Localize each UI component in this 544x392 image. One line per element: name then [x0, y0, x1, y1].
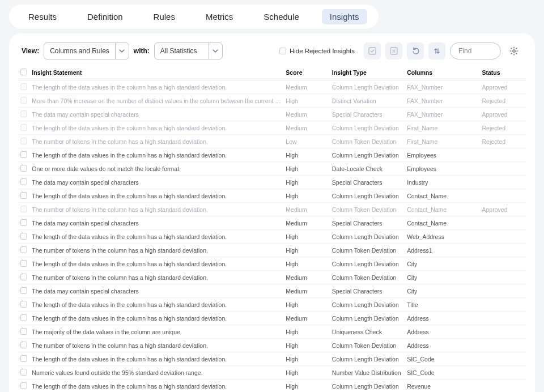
row-checkbox[interactable] [20, 355, 27, 362]
table-row[interactable]: The data may contain special charactersM… [18, 216, 526, 230]
row-checkbox[interactable] [20, 287, 27, 294]
cell-score: High [283, 148, 329, 162]
tab-metrics[interactable]: Metrics [198, 9, 241, 24]
table-row[interactable]: The length of the data values in the col… [18, 298, 526, 312]
cell-score: Medium [283, 312, 329, 325]
select-all-checkbox[interactable] [20, 69, 27, 75]
row-checkbox[interactable] [20, 260, 27, 267]
approve-button[interactable] [364, 42, 381, 59]
table-row[interactable]: The length of the data values in the col… [18, 230, 526, 244]
row-checkbox[interactable] [20, 178, 27, 185]
table-row[interactable]: The length of the data values in the col… [18, 257, 526, 271]
cell-stmt: The length of the data values in the col… [29, 148, 283, 162]
cell-stmt: The number of tokens in the column has a… [29, 339, 283, 352]
tabs-bar: ResultsDefinitionRulesMetricsScheduleIns… [9, 5, 379, 29]
table-row[interactable]: The length of the data values in the col… [18, 380, 526, 393]
tab-schedule[interactable]: Schedule [256, 9, 307, 24]
col-header-type[interactable]: Insight Type [330, 65, 405, 80]
cell-status [480, 230, 526, 244]
table-row[interactable]: The number of tokens in the column has a… [18, 271, 526, 284]
tab-results[interactable]: Results [20, 9, 65, 24]
table-row[interactable]: The data may contain special charactersM… [18, 284, 526, 298]
row-checkbox[interactable] [20, 301, 27, 308]
svg-rect-0 [369, 48, 376, 54]
cell-type: Column Length Deviation [330, 148, 405, 162]
cell-cols: City [405, 284, 479, 298]
row-checkbox[interactable] [20, 151, 27, 158]
table-row[interactable]: The length of the data values in the col… [18, 189, 526, 203]
table-row[interactable]: One or more date values do not match the… [18, 162, 526, 176]
table-row[interactable]: The majority of the data values in the c… [18, 325, 526, 339]
hide-rejected-checkbox[interactable]: Hide Rejected Insights [279, 48, 355, 54]
row-checkbox[interactable] [20, 314, 27, 321]
with-label: with: [134, 47, 150, 55]
tab-rules[interactable]: Rules [146, 9, 183, 24]
cell-stmt: The majority of the data values in the c… [29, 325, 283, 339]
table-row[interactable]: The number of tokens in the column has a… [18, 244, 526, 257]
cell-score: Medium [283, 216, 329, 230]
cell-type: Number Value Distribution [330, 366, 405, 380]
tab-definition[interactable]: Definition [79, 9, 131, 24]
settings-button[interactable] [505, 42, 522, 59]
cell-type: Column Length Deviation [330, 380, 405, 393]
cell-score: High [283, 298, 329, 312]
cell-score: High [283, 339, 329, 352]
cell-stmt: The length of the data values in the col… [29, 312, 283, 325]
cell-status: Approved [480, 203, 526, 216]
reject-button[interactable] [385, 42, 402, 59]
row-checkbox[interactable] [20, 219, 27, 226]
table-row[interactable]: More than 70% increase on the number of … [18, 94, 526, 108]
cell-status [480, 162, 526, 176]
row-checkbox[interactable] [20, 382, 27, 389]
table-row[interactable]: The data may contain special charactersH… [18, 176, 526, 189]
cell-score: Medium [283, 108, 329, 121]
row-checkbox[interactable] [20, 369, 27, 376]
cell-type: Column Token Deviation [330, 203, 405, 216]
search-input[interactable]: Find [450, 42, 501, 59]
row-checkbox[interactable] [20, 165, 27, 172]
undo-button[interactable] [407, 42, 424, 59]
table-row[interactable]: The data may contain special charactersM… [18, 108, 526, 121]
table-row[interactable]: The number of tokens in the column has a… [18, 339, 526, 352]
cell-stmt: More than 70% increase on the number of … [29, 94, 283, 108]
table-row[interactable]: Numeric values found outside the 95% sta… [18, 366, 526, 380]
row-checkbox[interactable] [20, 328, 27, 335]
cell-score: Low [283, 135, 329, 148]
row-checkbox[interactable] [20, 192, 27, 199]
with-select[interactable]: All Statistics [154, 42, 223, 59]
cell-status: Rejected [480, 94, 526, 108]
cell-status [480, 312, 526, 325]
row-checkbox[interactable] [20, 233, 27, 240]
cell-stmt: The length of the data values in the col… [29, 121, 283, 135]
cell-cols: Contact_Name [405, 216, 479, 230]
col-header-columns[interactable]: Columns [405, 65, 479, 80]
cell-stmt: The data may contain special characters [29, 176, 283, 189]
view-select[interactable]: Columns and Rules [44, 42, 129, 59]
cell-score: High [283, 244, 329, 257]
tab-insights[interactable]: Insights [322, 9, 367, 24]
cell-score: High [283, 176, 329, 189]
chevron-down-icon [115, 43, 129, 59]
cell-score: High [283, 162, 329, 176]
col-header-score[interactable]: Score [283, 65, 329, 80]
table-row[interactable]: The length of the data values in the col… [18, 80, 526, 94]
table-row[interactable]: The length of the data values in the col… [18, 312, 526, 325]
table-row[interactable]: The length of the data values in the col… [18, 148, 526, 162]
row-checkbox [20, 83, 27, 90]
cell-cols: FAX_Number [405, 94, 479, 108]
table-row[interactable]: The length of the data values in the col… [18, 121, 526, 135]
view-select-value: Columns and Rules [44, 43, 115, 59]
cell-score: Medium [283, 284, 329, 298]
table-row[interactable]: The number of tokens in the column has a… [18, 203, 526, 216]
row-checkbox[interactable] [20, 274, 27, 280]
table-row[interactable]: The length of the data values in the col… [18, 352, 526, 366]
col-header-statement[interactable]: Insight Statement [29, 65, 283, 80]
cell-cols: Address1 [405, 244, 479, 257]
sort-button[interactable] [428, 42, 445, 59]
table-row[interactable]: The number of tokens in the column has a… [18, 135, 526, 148]
cell-type: Column Length Deviation [330, 257, 405, 271]
row-checkbox[interactable] [20, 342, 27, 348]
cell-cols: Address [405, 312, 479, 325]
row-checkbox[interactable] [20, 246, 27, 253]
col-header-status[interactable]: Status [480, 65, 526, 80]
